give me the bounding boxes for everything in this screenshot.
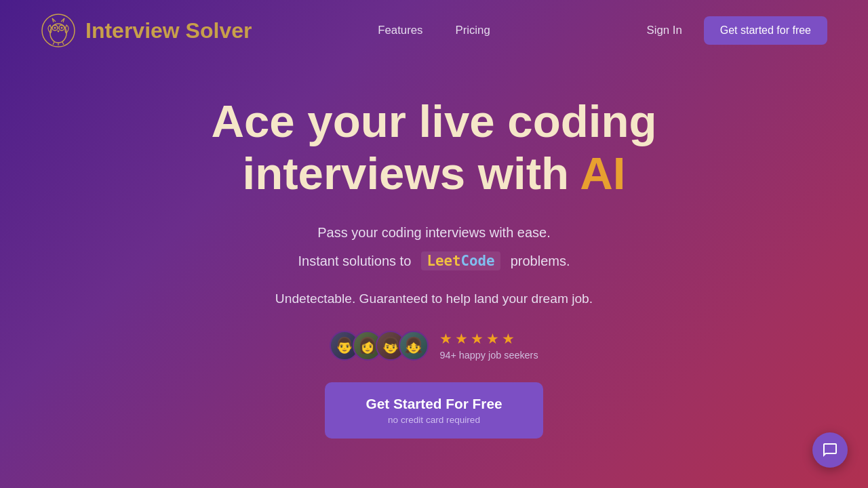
hero-guarantee: Undetectable. Guaranteed to help land yo… [275,291,593,306]
cta-section: Get Started For Free no credit card requ… [325,382,542,439]
star-4: ★ [486,331,499,347]
hero-title: Ace your live coding interviews with AI [211,95,656,200]
logo-link[interactable]: Interview Solver [41,13,252,48]
star-1: ★ [439,331,452,347]
hero-subtitle-2: Instant solutions to LeetCode problems. [298,250,570,272]
sign-in-link[interactable]: Sign In [646,24,682,37]
svg-point-5 [61,27,63,29]
cta-get-started-button[interactable]: Get Started For Free no credit card requ… [325,382,542,439]
star-3: ★ [471,331,484,347]
star-rating: ★ ★ ★ ★ ★ [439,331,515,347]
nav-features-link[interactable]: Features [378,24,422,37]
hero-section: Ace your live coding interviews with AI … [0,61,868,439]
stars-section: ★ ★ ★ ★ ★ 94+ happy job seekers [439,331,538,361]
happy-seekers-label: 94+ happy job seekers [439,350,538,361]
chat-bubble-button[interactable] [812,432,848,468]
cta-button-subtitle: no credit card required [388,415,480,425]
get-started-nav-button[interactable]: Get started for free [704,16,827,45]
star-2: ★ [455,331,468,347]
nav-brand: Interview Solver [85,18,252,43]
chat-icon [822,442,838,458]
svg-point-4 [54,27,56,29]
logo-icon [41,13,76,48]
hero-subtitle-1: Pass your coding interviews with ease. [317,222,551,243]
avatar-group: 👨 👩 👦 👧 [330,331,429,361]
social-proof: 👨 👩 👦 👧 ★ ★ ★ ★ ★ 94+ happy job seekers [330,331,538,361]
star-5: ★ [502,331,515,347]
cta-button-label: Get Started For Free [366,396,502,412]
nav-right: Sign In Get started for free [646,16,827,45]
navbar: Interview Solver Features Pricing Sign I… [0,0,868,61]
nav-pricing-link[interactable]: Pricing [455,24,490,37]
avatar: 👧 [399,331,429,361]
nav-links: Features Pricing [378,24,490,37]
